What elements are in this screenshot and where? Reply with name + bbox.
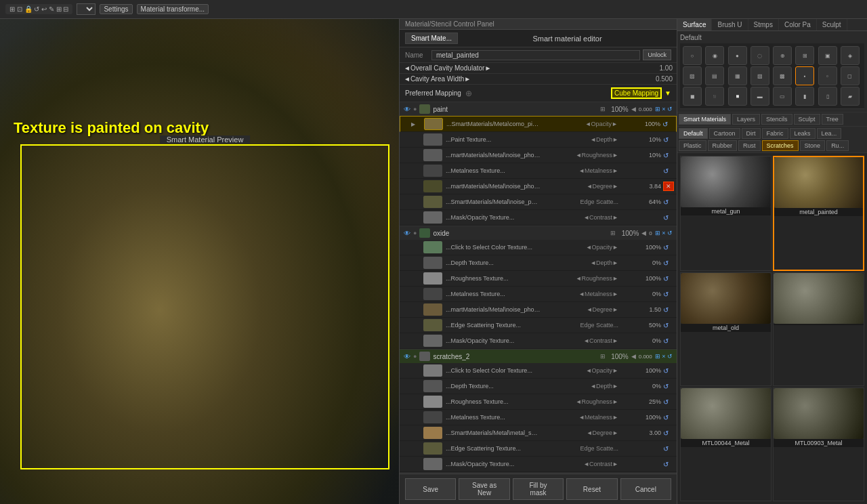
brush-item-5[interactable]: ⊕ [773, 46, 792, 65]
name-input[interactable] [431, 50, 640, 60]
mat-item-metal-painted[interactable]: metal_painted [773, 156, 864, 271]
brush-item-16[interactable]: ◻ [841, 66, 860, 85]
sl-sc2-refresh6[interactable]: ↺ [663, 445, 674, 453]
brush-item-21[interactable]: ▭ [773, 87, 792, 106]
cat-rubber[interactable]: Rubber [708, 140, 738, 151]
sl-sc2-refresh3[interactable]: ↺ [663, 398, 674, 406]
tools-scratches2[interactable]: ⊞ × ↺ [655, 353, 673, 360]
mat-item-empty[interactable] [773, 272, 864, 386]
sl-ox-refresh1[interactable]: ↺ [663, 244, 674, 251]
brush-item-18[interactable]: ◾ [705, 87, 724, 106]
save-btn[interactable]: Save [405, 478, 456, 500]
tab-color-pa[interactable]: Color Pa [779, 19, 817, 30]
cat-rust[interactable]: Rust [738, 140, 761, 151]
brush-item-1[interactable]: ○ [683, 46, 702, 65]
tab-stmps[interactable]: Stmps [748, 19, 779, 30]
cat-lea[interactable]: Lea... [817, 128, 842, 139]
cat-cartoon[interactable]: Cartoon [709, 128, 740, 139]
settings-icon-oxide[interactable]: ⊞ [610, 230, 616, 236]
sl-ox-refresh4[interactable]: ↺ [663, 291, 674, 298]
brush-item-6[interactable]: ⊞ [795, 46, 814, 65]
smat-tab-tree[interactable]: Tree [822, 114, 843, 125]
smat-tab-stencils[interactable]: Stencils [761, 114, 792, 125]
cat-dirt[interactable]: Dirt [742, 128, 761, 139]
brush-item-23[interactable]: ▯ [818, 87, 837, 106]
cube-mapping-dropdown[interactable]: Cube Mapping [77, 3, 96, 15]
brush-item-3[interactable]: ● [728, 46, 747, 65]
pct-icon-oxide[interactable]: ◀ [641, 230, 646, 236]
brush-item-20[interactable]: ▬ [750, 87, 769, 106]
pct-icon-paint[interactable]: ◀ [631, 106, 636, 112]
mat-item-mtl1[interactable]: MTL00044_Metal [680, 387, 771, 501]
sl-sc2-refresh5[interactable]: ↺ [663, 429, 674, 437]
cat-default[interactable]: Default [679, 128, 708, 139]
cat-scratches[interactable]: Scratches [762, 140, 799, 151]
eye-icon-oxide[interactable]: 👁 [404, 230, 410, 237]
brush-item-10[interactable]: ▤ [705, 66, 724, 85]
brush-item-9[interactable]: ▨ [683, 66, 702, 85]
sl-refresh-mask[interactable]: ↺ [663, 214, 674, 222]
brush-item-2[interactable]: ◉ [705, 46, 724, 65]
mat-item-metal-old[interactable]: metal_old [680, 272, 771, 386]
sl-sc2-refresh2[interactable]: ↺ [663, 383, 674, 390]
sl-refresh-depth[interactable]: ↺ [663, 136, 674, 144]
brush-item-14[interactable]: ▪ [795, 66, 814, 85]
settings-btn[interactable]: Settings [100, 4, 132, 14]
brush-item-17[interactable]: ◼ [683, 87, 702, 106]
sl-refresh-edge[interactable]: ↺ [663, 198, 674, 206]
sl-refresh-como[interactable]: ↺ [662, 121, 673, 128]
eye-icon-scratches2[interactable]: 👁 [404, 353, 410, 360]
settings-icon-paint[interactable]: ⊞ [600, 106, 606, 112]
tools-paint[interactable]: ⊞ × ↺ [655, 106, 673, 112]
cat-stone[interactable]: Stone [800, 140, 826, 151]
sl-ox-refresh6[interactable]: ↺ [663, 322, 674, 329]
cat-fabric[interactable]: Fabric [762, 128, 788, 139]
sl-sc2-refresh4[interactable]: ↺ [663, 414, 674, 421]
sl-sc2-refresh7[interactable]: ↺ [663, 461, 674, 468]
smat-tab-smart-materials[interactable]: Smart Materials [679, 114, 731, 125]
eye-icon-paint[interactable]: 👁 [404, 106, 410, 113]
tab-brush-u[interactable]: Brush U [712, 19, 748, 30]
sl-ox-refresh5[interactable]: ↺ [663, 306, 674, 314]
sl-refresh-metal[interactable]: ↺ [663, 167, 674, 175]
brush-item-15[interactable]: ▫ [818, 66, 837, 85]
save-as-new-btn[interactable]: Save as New [459, 478, 509, 500]
tab-sculpt[interactable]: Sculpt [817, 19, 847, 30]
pct-icon-scratches2[interactable]: ◀ [631, 353, 636, 360]
sl-ox-refresh7[interactable]: ↺ [663, 337, 674, 345]
layer-group-oxide-header[interactable]: 👁 ● oxide ⊞ 100% ◀ 0 ⊞ × ↺ [400, 226, 677, 240]
tools-oxide[interactable]: ⊞ × ↺ [655, 230, 673, 236]
brush-item-8[interactable]: ◈ [841, 46, 860, 65]
brush-item-19[interactable]: ◽ [728, 87, 747, 106]
cancel-btn[interactable]: Cancel [620, 478, 671, 500]
unlock-btn[interactable]: Unlock [643, 49, 671, 60]
sl-refresh-rough[interactable]: ↺ [663, 152, 674, 159]
mat-item-mtl2[interactable]: MTL00903_Metal [773, 387, 864, 501]
brush-item-13[interactable]: ▩ [773, 66, 792, 85]
material-transform-btn[interactable]: Material transforme... [137, 4, 209, 14]
fill-by-mask-btn[interactable]: Fill by mask [513, 478, 564, 500]
sl-sc2-refresh1[interactable]: ↺ [663, 367, 674, 375]
layer-group-scratches2-header[interactable]: 👁 ● scratches_2 ⊞ 100% ◀ 0.000 ⊞ × ↺ [400, 350, 677, 363]
layer-group-paint-header[interactable]: 👁 ● paint ⊞ 100% ◀ 0.000 ⊞ × ↺ [400, 102, 677, 116]
brush-item-4[interactable]: ◌ [750, 46, 769, 65]
cat-plastic[interactable]: Plastic [679, 140, 706, 151]
settings-icon-scratches2[interactable]: ⊞ [600, 353, 606, 360]
brush-item-22[interactable]: ▮ [795, 87, 814, 106]
sl-ox-refresh2[interactable]: ↺ [663, 259, 674, 267]
brush-item-11[interactable]: ▦ [728, 66, 747, 85]
reset-btn[interactable]: Reset [566, 478, 617, 500]
brush-item-7[interactable]: ▣ [818, 46, 837, 65]
error-btn-degree[interactable]: ✕ [663, 182, 674, 191]
brush-item-24[interactable]: ▰ [841, 87, 860, 106]
cube-mapping-dropdown-arrow[interactable]: ▼ [664, 89, 671, 97]
smat-tab-sculpt[interactable]: Sculpt [794, 114, 820, 125]
cat-ru[interactable]: Ru... [826, 140, 849, 151]
cat-leaks[interactable]: Leaks [790, 128, 816, 139]
brush-item-12[interactable]: ▧ [750, 66, 769, 85]
tab-surface[interactable]: Surface [677, 19, 712, 30]
mat-item-metal-gun[interactable]: metal_gun [680, 156, 771, 271]
smat-tab-layers[interactable]: Layers [732, 114, 760, 125]
sl-ox-refresh3[interactable]: ↺ [663, 275, 674, 282]
cube-mapping-label[interactable]: Cube Mapping [611, 87, 662, 99]
